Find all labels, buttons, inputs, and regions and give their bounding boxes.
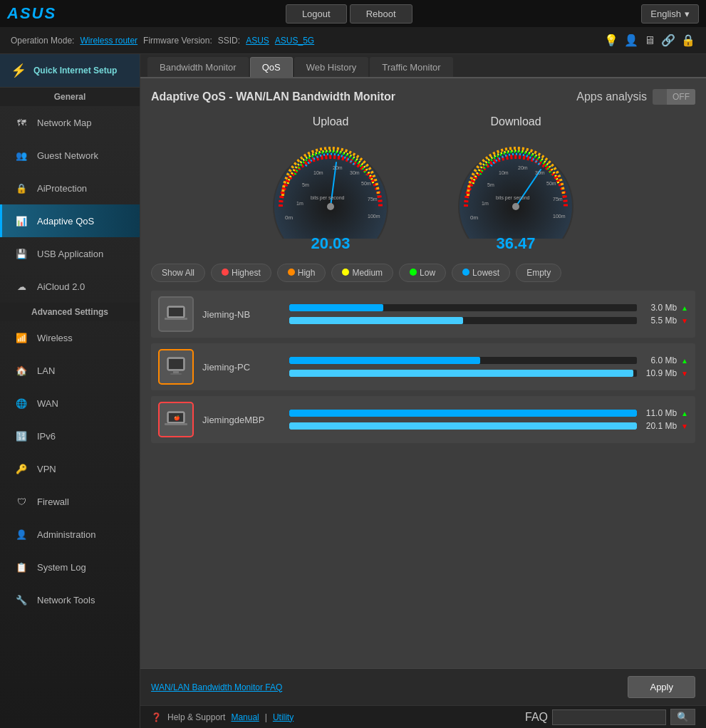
aiprotection-icon: 🔒 — [13, 180, 30, 197]
sidebar-item-aiprotection[interactable]: 🔒 AiProtection — [0, 172, 140, 204]
svg-rect-30 — [169, 359, 183, 369]
sidebar-item-system-log[interactable]: 📋 System Log — [0, 551, 140, 583]
apply-button[interactable]: Apply — [628, 676, 695, 698]
upload-bar-fill — [289, 410, 637, 417]
tab-web-history[interactable]: Web History — [294, 57, 369, 77]
top-buttons: Logout Reboot — [286, 4, 412, 24]
sidebar-item-label: VPN — [37, 464, 56, 474]
laptop-icon — [165, 304, 187, 324]
sidebar-item-label: Firewall — [37, 496, 69, 507]
top-bar: ASUS Logout Reboot English ▾ — [0, 0, 706, 27]
filter-highest[interactable]: Highest — [211, 264, 271, 282]
svg-text:0m: 0m — [285, 214, 293, 221]
filter-high[interactable]: High — [277, 264, 326, 282]
sidebar-item-label: Wireless — [37, 333, 73, 343]
sidebar-item-guest-network[interactable]: 👥 Guest Network — [0, 139, 140, 172]
arrow-down-icon[interactable]: ▼ — [681, 422, 688, 430]
quick-setup-item[interactable]: ⚡ Quick Internet Setup — [0, 54, 140, 88]
sidebar-item-label: Guest Network — [37, 150, 98, 161]
download-bar-fill — [289, 317, 463, 324]
sidebar-item-ipv6[interactable]: 🔢 IPv6 — [0, 420, 140, 452]
wireless-icon: 📶 — [13, 329, 30, 346]
faq-link[interactable]: WAN/LAN Bandwidth Monitor FAQ — [151, 682, 282, 692]
page-header: Adaptive QoS - WAN/LAN Bandwidth Monitor… — [151, 89, 695, 105]
manual-link[interactable]: Manual — [231, 712, 259, 722]
reboot-button[interactable]: Reboot — [350, 4, 412, 24]
svg-text:75m: 75m — [368, 197, 378, 202]
tab-traffic-monitor[interactable]: Traffic Monitor — [370, 57, 452, 77]
device-list: Jieming-NB 3.0 Mb ▲ — [151, 291, 695, 443]
tab-qos[interactable]: QoS — [250, 57, 293, 77]
bar-arrows: ▲ — [681, 410, 688, 417]
bar-arrows: ▲ — [681, 357, 688, 365]
svg-point-15 — [512, 203, 519, 210]
download-bar-track — [289, 317, 637, 324]
bar-arrows: ▲ — [681, 304, 688, 312]
arrow-down-icon[interactable]: ▼ — [681, 370, 688, 378]
upload-bar-row: 3.0 Mb ▲ — [289, 303, 688, 313]
sidebar-item-firewall[interactable]: 🛡 Firewall — [0, 485, 140, 518]
wan-icon: 🌐 — [13, 395, 30, 412]
device-bars-jieming-pc: 6.0 Mb ▲ 10.9 Mb ▼ — [289, 355, 688, 378]
sidebar-item-lan[interactable]: 🏠 LAN — [0, 354, 140, 387]
toggle-off-panel — [653, 94, 667, 100]
sidebar-item-administration[interactable]: 👤 Administration — [0, 518, 140, 551]
content-area: Bandwidth Monitor QoS Web History Traffi… — [140, 54, 706, 728]
svg-text:100m: 100m — [553, 214, 566, 219]
sidebar-item-label: IPv6 — [37, 431, 56, 442]
sidebar-item-label: USB Application — [37, 249, 103, 259]
ssid-5g-value[interactable]: ASUS_5G — [275, 36, 314, 46]
faq-search-label: FAQ — [525, 711, 548, 724]
sidebar-item-aicloud[interactable]: ☁ AiCloud 2.0 — [0, 270, 140, 303]
svg-text:20m: 20m — [333, 165, 343, 170]
sidebar-item-vpn[interactable]: 🔑 VPN — [0, 452, 140, 485]
arrow-down-icon[interactable]: ▼ — [681, 317, 688, 325]
device-icon-jieming-nb — [158, 296, 194, 332]
filter-low[interactable]: Low — [399, 264, 446, 282]
device-bars-jieming-nb: 3.0 Mb ▲ 5.5 Mb ▼ — [289, 303, 688, 326]
arrow-up-icon[interactable]: ▲ — [681, 410, 688, 417]
svg-point-0 — [274, 150, 388, 239]
faq-search-input[interactable] — [552, 709, 666, 725]
filter-lowest[interactable]: Lowest — [452, 264, 510, 282]
svg-text:10m: 10m — [313, 170, 323, 175]
sidebar-item-network-map[interactable]: 🗺 Network Map — [0, 106, 140, 139]
help-support-label: Help & Support — [167, 712, 225, 722]
lan-icon: 🏠 — [13, 362, 30, 379]
sidebar-item-label: AiCloud 2.0 — [37, 281, 85, 292]
sidebar-item-network-tools[interactable]: 🔧 Network Tools — [0, 583, 140, 616]
filter-medium[interactable]: Medium — [331, 264, 393, 282]
main-layout: ⚡ Quick Internet Setup General 🗺 Network… — [0, 54, 706, 728]
svg-text:5m: 5m — [302, 182, 309, 187]
toggle-switch[interactable]: OFF — [653, 89, 695, 105]
logout-button[interactable]: Logout — [286, 4, 347, 24]
system-log-icon: 📋 — [13, 558, 30, 576]
sidebar-item-adaptive-qos[interactable]: 📊 Adaptive QoS — [0, 204, 140, 237]
upload-bar-row: 11.0 Mb ▲ — [289, 408, 688, 418]
sidebar-item-label: Network Map — [37, 118, 92, 128]
sidebar-item-label: WAN — [37, 398, 58, 409]
arrow-up-icon[interactable]: ▲ — [681, 304, 688, 312]
tab-bandwidth-monitor[interactable]: Bandwidth Monitor — [147, 57, 249, 77]
svg-text:100m: 100m — [368, 214, 380, 219]
device-row: Jieming-NB 3.0 Mb ▲ — [151, 291, 695, 338]
page-title: Adaptive QoS - WAN/LAN Bandwidth Monitor — [151, 90, 395, 103]
ssid-value[interactable]: ASUS — [246, 36, 269, 46]
download-bar-row: 20.1 Mb ▼ — [289, 421, 688, 431]
sidebar-item-usb-application[interactable]: 💾 USB Application — [0, 237, 140, 270]
sidebar-item-wan[interactable]: 🌐 WAN — [0, 387, 140, 420]
asus-logo: ASUS — [7, 4, 56, 23]
faq-search-button[interactable]: 🔍 — [670, 709, 695, 725]
language-selector[interactable]: English ▾ — [641, 4, 699, 24]
lock-icon: 🔒 — [681, 33, 695, 47]
filter-show-all[interactable]: Show All — [151, 264, 205, 282]
utility-link[interactable]: Utility — [273, 712, 294, 722]
gauges-row: Upload — [151, 115, 695, 253]
sidebar-item-wireless[interactable]: 📶 Wireless — [0, 321, 140, 354]
operation-mode-value[interactable]: Wireless router — [80, 36, 137, 46]
upload-bar-fill — [289, 304, 383, 311]
filter-empty[interactable]: Empty — [516, 264, 561, 282]
arrow-up-icon[interactable]: ▲ — [681, 357, 688, 365]
device-name-jieming-pc: Jieming-PC — [202, 362, 281, 373]
svg-rect-31 — [173, 370, 179, 373]
